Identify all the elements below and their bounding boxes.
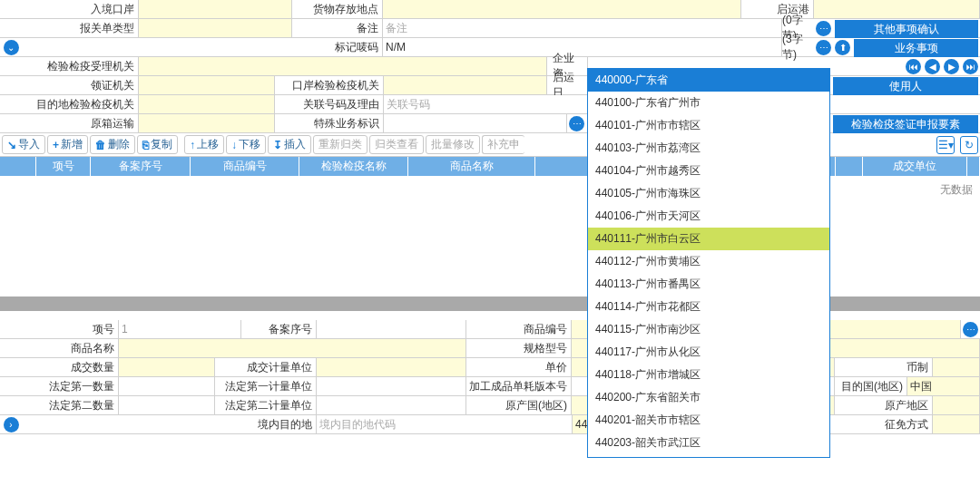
dropdown-item[interactable]: 440111-广州市白云区: [588, 228, 829, 250]
dest-inspect-label: 目的地检验检疫机关: [0, 95, 139, 113]
dropdown-item[interactable]: 440201-韶关市市辖区: [588, 409, 829, 432]
col-item-no[interactable]: 项号: [36, 157, 91, 176]
dropdown-item[interactable]: 440203-韶关市武江区: [588, 432, 829, 454]
origin-region-label: 原产地区: [835, 396, 933, 414]
spec-label: 规格型号: [466, 339, 572, 357]
add-button[interactable]: +新增: [47, 135, 88, 154]
rel-code-input[interactable]: 关联号码: [384, 95, 588, 113]
other-confirm-button[interactable]: 其他事项确认: [835, 20, 978, 38]
mark-up-icon[interactable]: ⬆: [835, 40, 850, 55]
special-biz-input[interactable]: [384, 114, 567, 132]
legal-qty1-input[interactable]: [119, 377, 215, 395]
remarks-more-icon[interactable]: ⋯: [816, 21, 831, 36]
special-biz-more-icon[interactable]: ⋯: [569, 116, 584, 131]
cert-agency-input[interactable]: [139, 76, 275, 94]
dropdown-item[interactable]: 440101-广州市市辖区: [588, 114, 829, 137]
nav-last-icon[interactable]: ⏭: [963, 59, 978, 74]
dropdown-item[interactable]: 440115-广州市南沙区: [588, 318, 829, 341]
origin-region-input[interactable]: [933, 396, 980, 414]
nav-prev-icon[interactable]: ◀: [925, 59, 940, 74]
dropdown-item[interactable]: 440118-广州市增城区: [588, 364, 829, 386]
storage-loc-label: 货物存放地点: [292, 0, 383, 18]
dropdown-item[interactable]: 440104-广州市越秀区: [588, 160, 829, 182]
delete-button[interactable]: 🗑删除: [90, 135, 135, 154]
dropdown-item[interactable]: 440112-广州市黄埔区: [588, 250, 829, 273]
expand-icon[interactable]: ⌄: [4, 40, 19, 55]
moveup-button[interactable]: ↑上移: [184, 135, 224, 154]
copy-button[interactable]: ⎘复制: [137, 135, 178, 154]
col-record-no[interactable]: 备案序号: [91, 157, 191, 176]
inspect-visa-button[interactable]: 检验检疫签证申报要素: [833, 115, 978, 133]
deal-qty-input[interactable]: [119, 358, 215, 376]
legal-unit2-label: 法定第二计量单位: [215, 396, 317, 414]
import-button[interactable]: ↘导入: [2, 135, 45, 154]
horizontal-scrollbar[interactable]: [0, 296, 980, 311]
special-biz-label: 特殊业务标识: [275, 114, 384, 132]
dest-country-input[interactable]: 中国: [907, 377, 980, 395]
col-prod-name[interactable]: 商品名称: [408, 157, 535, 176]
record-no-input[interactable]: [317, 320, 466, 338]
dropdown-item[interactable]: 440105-广州市海珠区: [588, 182, 829, 205]
dropdown-item[interactable]: 440117-广州市从化区: [588, 341, 829, 364]
port-inspect-input[interactable]: [384, 76, 547, 94]
legal-unit1-input[interactable]: [317, 377, 466, 395]
deal-unit-input[interactable]: [317, 358, 466, 376]
orig-container-label: 原箱运输: [0, 114, 139, 132]
batchmod-button[interactable]: 批量修改: [426, 135, 480, 154]
region-dropdown[interactable]: 440000-广东省440100-广东省广州市440101-广州市市辖区4401…: [587, 68, 830, 458]
exemption-input[interactable]: [933, 415, 980, 433]
port-entry-input[interactable]: [139, 0, 292, 18]
dropdown-item[interactable]: 440103-广州市荔湾区: [588, 137, 829, 160]
prod-name-label: 商品名称: [0, 339, 119, 357]
remarks-input[interactable]: 备注: [383, 19, 782, 37]
reclassify-button[interactable]: 重新归类: [313, 135, 368, 154]
storage-loc-input[interactable]: [383, 0, 741, 18]
col-deal-unit[interactable]: 成交单位: [863, 157, 967, 176]
legal-qty2-input[interactable]: [119, 396, 215, 414]
nav-first-icon[interactable]: ⏮: [906, 59, 921, 74]
currency-input[interactable]: [933, 358, 980, 376]
orig-container-input[interactable]: [139, 114, 275, 132]
dropdown-item[interactable]: 440114-广州市花都区: [588, 296, 829, 318]
depart-port-input[interactable]: [814, 0, 980, 18]
dropdown-item[interactable]: 440200-广东省韶关市: [588, 386, 829, 409]
refresh-icon[interactable]: ↻: [960, 136, 978, 154]
inspect-accept-input[interactable]: [139, 57, 547, 75]
domestic-dest-code-input[interactable]: 境内目的地代码: [317, 415, 573, 433]
biz-items-button[interactable]: 业务事项: [854, 39, 978, 57]
copy-icon: ⎘: [142, 139, 149, 151]
nav-next-icon[interactable]: ▶: [944, 59, 959, 74]
prod-code-label: 商品编号: [466, 320, 572, 338]
classview-button[interactable]: 归类查看: [369, 135, 424, 154]
prod-code-more-icon[interactable]: ⋯: [963, 322, 978, 337]
arrow-up-icon: ↑: [190, 139, 195, 151]
grid-header: 项号 备案序号 商品编号 检验检疫名称 商品名称 成交单位: [0, 157, 980, 177]
decl-type-input[interactable]: [139, 19, 292, 37]
dropdown-item[interactable]: 440106-广州市天河区: [588, 205, 829, 228]
dropdown-item[interactable]: 440204-韶关市浈江区: [588, 454, 829, 458]
dest-country-label: 目的国(地区): [835, 377, 907, 395]
remarks-label: 备注: [292, 19, 383, 37]
supplement-button[interactable]: 补充申: [482, 135, 524, 154]
insert-button[interactable]: ↧插入: [268, 135, 311, 154]
item-no-input[interactable]: 1: [119, 320, 241, 338]
col-prod-code[interactable]: 商品编号: [191, 157, 299, 176]
process-ver-label: 加工成品单耗版本号: [466, 377, 572, 395]
legal-unit2-input[interactable]: [317, 396, 466, 414]
dropdown-item[interactable]: 440000-广东省: [588, 69, 829, 92]
import-icon: ↘: [7, 139, 16, 151]
user-button[interactable]: 使用人: [833, 77, 978, 95]
deal-unit-label: 成交计量单位: [215, 358, 317, 376]
dropdown-item[interactable]: 440100-广东省广州市: [588, 92, 829, 114]
mark-code-label: 标记唛码: [20, 38, 383, 56]
list-view-icon[interactable]: ☰▾: [936, 136, 955, 154]
deal-qty-label: 成交数量: [0, 358, 119, 376]
col-inspect-name[interactable]: 检验检疫名称: [299, 157, 408, 176]
expand-bottom-icon[interactable]: ›: [4, 417, 19, 433]
movedown-button[interactable]: ↓下移: [226, 135, 266, 154]
domestic-dest-label: 境内目的地: [20, 415, 317, 433]
dropdown-item[interactable]: 440113-广州市番禺区: [588, 273, 829, 296]
dest-inspect-input[interactable]: [139, 95, 275, 113]
mark-more-icon[interactable]: ⋯: [816, 40, 831, 55]
prod-name-input[interactable]: [119, 339, 466, 357]
